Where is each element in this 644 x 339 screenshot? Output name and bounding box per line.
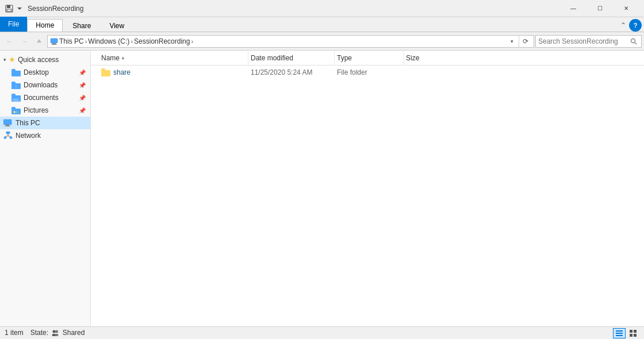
file-type-cell: File folder bbox=[335, 68, 404, 76]
this-pc-icon bbox=[3, 119, 13, 127]
large-icon-view-button[interactable] bbox=[627, 328, 639, 338]
navigation-bar: ← → This PC › Windows (C:) › SessionReco… bbox=[0, 32, 644, 51]
sidebar-network-label: Network bbox=[16, 132, 41, 140]
detail-view-button[interactable] bbox=[613, 328, 626, 338]
search-input[interactable] bbox=[538, 37, 628, 45]
desktop-folder-icon bbox=[12, 69, 21, 76]
column-name[interactable]: Name ▲ bbox=[99, 51, 248, 65]
svg-marker-3 bbox=[17, 7, 22, 10]
column-date-modified[interactable]: Date modified bbox=[248, 51, 335, 65]
forward-button[interactable]: → bbox=[17, 34, 31, 48]
file-list: share 11/25/2020 5:24 AM File folder bbox=[91, 66, 644, 326]
breadcrumb-session-recording[interactable]: SessionRecording bbox=[134, 37, 190, 45]
breadcrumb: This PC › Windows (C:) › SessionRecordin… bbox=[50, 37, 505, 45]
documents-folder-icon bbox=[12, 94, 21, 102]
svg-rect-12 bbox=[5, 126, 10, 126]
title-bar: SessionRecording — ☐ ✕ bbox=[0, 0, 644, 17]
sidebar-item-downloads[interactable]: ↓ Downloads 📌 bbox=[0, 79, 90, 91]
svg-rect-13 bbox=[6, 132, 10, 134]
svg-rect-2 bbox=[7, 9, 12, 11]
dropdown-arrow-icon[interactable] bbox=[16, 5, 23, 12]
help-button[interactable]: ? bbox=[629, 19, 642, 32]
title-bar-icons bbox=[5, 4, 23, 13]
documents-pin-icon: 📌 bbox=[79, 95, 86, 101]
window-controls: — ☐ ✕ bbox=[560, 0, 639, 17]
svg-rect-25 bbox=[616, 335, 623, 336]
column-header: Name ▲ Date modified Type Size bbox=[91, 51, 644, 66]
svg-line-9 bbox=[635, 43, 637, 44]
tab-share[interactable]: Share bbox=[64, 19, 99, 32]
svg-point-22 bbox=[55, 334, 59, 336]
column-type[interactable]: Type bbox=[335, 51, 404, 65]
pictures-pin-icon: 📌 bbox=[79, 107, 86, 114]
quick-access-header[interactable]: ▾ ★ Quick access bbox=[0, 53, 90, 66]
desktop-pin-icon: 📌 bbox=[79, 70, 86, 76]
svg-rect-7 bbox=[51, 44, 57, 45]
file-name-label: share bbox=[113, 68, 131, 76]
sidebar-item-pictures[interactable]: Pictures 📌 bbox=[0, 104, 90, 117]
svg-marker-4 bbox=[37, 39, 41, 43]
quick-access-star-icon: ★ bbox=[9, 55, 16, 64]
ribbon-collapse-button[interactable]: ⌃ bbox=[618, 20, 629, 31]
tab-home[interactable]: Home bbox=[27, 19, 63, 32]
network-icon bbox=[3, 131, 13, 140]
refresh-button[interactable]: ⟳ bbox=[519, 35, 531, 48]
close-button[interactable]: ✕ bbox=[613, 0, 639, 17]
column-size[interactable]: Size bbox=[404, 51, 461, 65]
sort-arrow-icon: ▲ bbox=[121, 55, 125, 60]
back-button[interactable]: ← bbox=[2, 34, 16, 48]
sidebar-item-this-pc[interactable]: This PC bbox=[0, 117, 90, 129]
search-bar[interactable] bbox=[535, 35, 642, 48]
detail-view-icon bbox=[615, 329, 623, 337]
shared-users-icon bbox=[51, 329, 59, 337]
table-row[interactable]: share 11/25/2020 5:24 AM File folder bbox=[91, 66, 644, 79]
address-dropdown-button[interactable]: ▾ bbox=[507, 36, 516, 47]
save-icon bbox=[5, 4, 14, 13]
window-title: SessionRecording bbox=[28, 5, 560, 13]
sidebar-downloads-label: Downloads bbox=[24, 81, 57, 89]
tab-view[interactable]: View bbox=[101, 19, 133, 32]
svg-rect-29 bbox=[634, 334, 637, 337]
svg-point-19 bbox=[53, 330, 56, 333]
maximize-button[interactable]: ☐ bbox=[586, 0, 613, 17]
sidebar: ▾ ★ Quick access Desktop 📌 ↓ Downloads 📌 bbox=[0, 51, 91, 326]
main-area: ▾ ★ Quick access Desktop 📌 ↓ Downloads 📌 bbox=[0, 51, 644, 326]
up-arrow-icon bbox=[36, 38, 43, 45]
svg-rect-27 bbox=[634, 330, 637, 333]
svg-rect-23 bbox=[616, 330, 623, 332]
breadcrumb-windows-c[interactable]: Windows (C:) bbox=[88, 37, 129, 45]
sidebar-item-desktop[interactable]: Desktop 📌 bbox=[0, 66, 90, 79]
ribbon-tabs: File Home Share View ⌃ ? bbox=[0, 17, 644, 32]
quick-access-label: Quick access bbox=[18, 56, 59, 64]
search-icon bbox=[630, 38, 637, 45]
file-name-cell: share bbox=[99, 68, 248, 76]
svg-rect-6 bbox=[52, 43, 56, 44]
pc-breadcrumb-icon bbox=[50, 37, 58, 45]
minimize-button[interactable]: — bbox=[560, 0, 586, 17]
up-button[interactable] bbox=[32, 34, 46, 48]
svg-rect-10 bbox=[3, 120, 12, 125]
svg-line-18 bbox=[8, 136, 11, 137]
large-icon-view-icon bbox=[629, 329, 637, 337]
sidebar-documents-label: Documents bbox=[24, 94, 59, 102]
item-count-label: 1 item bbox=[5, 329, 24, 337]
breadcrumb-this-pc[interactable]: This PC bbox=[59, 37, 84, 45]
search-button[interactable] bbox=[628, 36, 639, 47]
folder-icon bbox=[101, 68, 110, 76]
svg-rect-15 bbox=[10, 137, 12, 138]
svg-rect-11 bbox=[6, 125, 9, 126]
pictures-folder-icon bbox=[12, 107, 21, 114]
sidebar-this-pc-label: This PC bbox=[16, 119, 40, 127]
sidebar-item-documents[interactable]: Documents 📌 bbox=[0, 91, 90, 104]
download-arrow-icon: ↓ bbox=[15, 84, 17, 88]
svg-rect-26 bbox=[630, 330, 632, 333]
downloads-pin-icon: 📌 bbox=[79, 82, 86, 88]
file-date-cell: 11/25/2020 5:24 AM bbox=[248, 68, 335, 76]
address-bar[interactable]: This PC › Windows (C:) › SessionRecordin… bbox=[47, 35, 534, 48]
tab-file[interactable]: File bbox=[0, 17, 27, 32]
svg-point-21 bbox=[55, 330, 58, 333]
sidebar-item-network[interactable]: Network bbox=[0, 129, 90, 142]
svg-rect-1 bbox=[7, 5, 10, 8]
svg-rect-28 bbox=[630, 334, 632, 337]
sidebar-desktop-label: Desktop bbox=[24, 68, 49, 76]
